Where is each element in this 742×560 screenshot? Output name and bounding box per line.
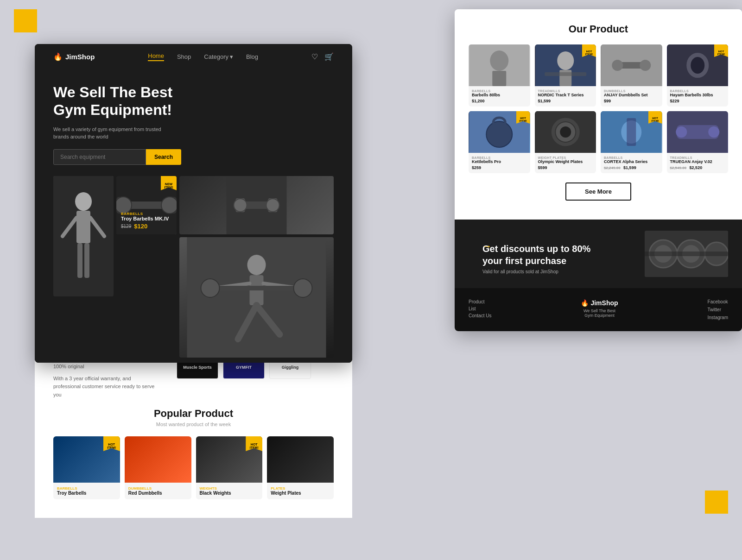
popular-name-2: Red Dumbbells xyxy=(128,491,188,496)
hero-img-main xyxy=(179,237,334,358)
product-card-2[interactable]: HOT ITEM! TREADMILLS NORDIC Track T Seri… xyxy=(535,44,596,107)
footer-link-list[interactable]: List xyxy=(469,306,491,311)
popular-card-info-3: WEIGHTS Black Weights xyxy=(196,483,263,499)
navbar: 🔥 JimShop Home Shop Category ▾ Blog ♡ 🛒 xyxy=(35,44,352,69)
product-price-2: $1,599 xyxy=(538,99,593,103)
cart-icon[interactable]: 🛒 xyxy=(324,52,334,61)
svg-rect-2 xyxy=(76,211,90,243)
footer-social: Facebook Twitter Instagram xyxy=(708,299,728,320)
product-img-8 xyxy=(667,111,729,153)
popular-cat-2: DUMBBELLS xyxy=(128,486,188,491)
logo[interactable]: 🔥 JimShop xyxy=(53,52,95,61)
price-old-8: $2,549.00 xyxy=(670,166,687,170)
footer-link-product[interactable]: Product xyxy=(469,299,491,304)
dumbbell-svg xyxy=(179,176,334,234)
muscle-logo-text: Muscle Sports xyxy=(183,365,212,370)
product-card-6[interactable]: WEIGHT PLATES Olympic Weight Plates $599 xyxy=(535,111,596,173)
popular-product-grid: HOT ITEM! BARBELLS Troy Barbells DUMBBEL… xyxy=(53,436,334,499)
product-img-6 xyxy=(535,111,596,153)
nav-blog[interactable]: Blog xyxy=(246,53,258,60)
popular-subtitle: Most wanted product of the week xyxy=(53,422,334,427)
nav-home[interactable]: Home xyxy=(148,52,164,61)
product-card-1[interactable]: BARBELLS Barbells 80lbs $1,200 xyxy=(469,44,530,107)
products-grid-row2: HOT ITEM! BARBELLS Kettlebells Pro $259 xyxy=(469,111,728,173)
discount-banner: → Get discounts up to 80% your first pur… xyxy=(455,220,742,288)
product-card-8[interactable]: TREADMILLS TRUEGAN Anjay V.02 $2,549.00 … xyxy=(667,111,729,173)
svg-point-26 xyxy=(201,279,220,297)
discount-text: Get discounts up to 80% your first purch… xyxy=(469,233,645,274)
hero-title-line1: We Sell The Best xyxy=(53,84,172,101)
popular-card-1[interactable]: HOT ITEM! BARBELLS Troy Barbells xyxy=(53,436,120,499)
svg-point-50 xyxy=(560,126,571,138)
see-more-button[interactable]: See More xyxy=(565,182,631,201)
product-info-7: BARBELLS CORTEX Alpha Series $2,249.00 $… xyxy=(601,153,662,173)
svg-point-39 xyxy=(612,60,623,71)
nav-actions: ♡ 🛒 xyxy=(311,52,334,61)
product-cat-2: TREADMILLS xyxy=(538,89,593,93)
secondary-browser-window: Our Product BARBELLS Barbells 80lbs $1,2… xyxy=(455,9,742,331)
nav-shop[interactable]: Shop xyxy=(177,53,191,60)
product-card-4[interactable]: HOT ITEM! BARBELLS Hayam Barbells 30lbs … xyxy=(667,44,729,107)
popular-cat-3: WEIGHTS xyxy=(200,486,259,491)
popular-name-1: Troy Barbells xyxy=(57,491,116,496)
product-card-5[interactable]: HOT ITEM! BARBELLS Kettlebells Pro $259 xyxy=(469,111,530,173)
footer-facebook[interactable]: Facebook xyxy=(708,299,728,304)
product-price-8: $2,549.00 $2,520 xyxy=(670,165,725,170)
price-new-7: $1,599 xyxy=(623,165,636,170)
footer-logo-name: 🔥 JimShop xyxy=(581,299,618,307)
product-cat-5: BARBELLS xyxy=(472,156,527,159)
gymfit-logo-text: GYMFIT xyxy=(236,365,252,370)
search-button[interactable]: Search xyxy=(146,149,181,165)
discount-subtitle: your first purchase xyxy=(482,255,645,267)
svg-point-40 xyxy=(640,60,651,71)
svg-point-1 xyxy=(75,192,92,211)
discount-image xyxy=(645,231,728,277)
product-card-7[interactable]: HOT ITEM! BARBELLS CORTEX Alpha Series $… xyxy=(601,111,662,173)
product-cat-6: WEIGHT PLATES xyxy=(538,156,593,159)
our-product-title: Our Product xyxy=(469,23,728,35)
wishlist-icon[interactable]: ♡ xyxy=(311,52,318,61)
product-img-3 xyxy=(601,44,662,86)
popular-card-4[interactable]: PLATES Weight Plates xyxy=(267,436,334,499)
price-old: $129 xyxy=(121,224,131,229)
product-svg-3 xyxy=(601,44,662,86)
svg-rect-36 xyxy=(545,72,586,76)
deco-square-bottomright xyxy=(705,491,728,514)
search-input[interactable] xyxy=(53,149,146,165)
product-cat-7: BARBELLS xyxy=(604,156,659,159)
footer-link-contact[interactable]: Contact Us xyxy=(469,313,491,318)
popular-img-4 xyxy=(267,436,334,483)
product-info-4: BARBELLS Hayam Barbells 30lbs $229 xyxy=(667,86,729,107)
footer-tagline: We Sell The Best Gym Equipment xyxy=(583,308,615,318)
svg-point-11 xyxy=(116,197,132,214)
popular-title: Popular Product xyxy=(53,408,334,420)
product-svg-8 xyxy=(667,111,729,153)
hero-img-gym-girl xyxy=(53,176,114,296)
nav-category-label: Category xyxy=(204,53,228,60)
popular-card-2[interactable]: DUMBBELLS Red Dumbbells xyxy=(125,436,191,499)
price-new: $120 xyxy=(134,223,147,230)
hero-product-category: BARBELLS xyxy=(121,212,169,216)
giggling-logo-text: Giggling xyxy=(282,365,299,370)
svg-rect-5 xyxy=(77,243,82,278)
product-info-8: TREADMILLS TRUEGAN Anjay V.02 $2,549.00 … xyxy=(667,153,729,173)
svg-point-45 xyxy=(486,121,512,147)
product-info-3: DUMBBELLS ANJAY Dumbbells Set $99 xyxy=(601,86,662,107)
product-price-1: $1,200 xyxy=(472,99,527,103)
hero-img-dumbbell xyxy=(179,176,334,234)
nav-category[interactable]: Category ▾ xyxy=(204,53,233,60)
product-name-6: Olympic Weight Plates xyxy=(538,159,593,164)
svg-point-57 xyxy=(708,126,719,138)
popular-img-1: HOT ITEM! xyxy=(53,436,120,483)
footer-nav: Product List Contact Us xyxy=(469,299,491,318)
gym-girl-svg xyxy=(53,176,114,296)
product-card-3[interactable]: DUMBBELLS ANJAY Dumbbells Set $99 xyxy=(601,44,662,107)
products-grid-row1: BARBELLS Barbells 80lbs $1,200 HOT ITEM! xyxy=(469,44,728,107)
popular-card-3[interactable]: HOT ITEM! WEIGHTS Black Weights xyxy=(196,436,263,499)
footer-twitter[interactable]: Twitter xyxy=(708,307,728,312)
footer-logo-text: JimShop xyxy=(590,299,618,307)
hero-product-info: BARBELLS Troy Barbells MK.IV $129 $120 xyxy=(121,212,169,230)
product-info-5: BARBELLS Kettlebells Pro $259 xyxy=(469,153,530,173)
footer-instagram[interactable]: Instagram xyxy=(708,315,728,320)
popular-hot-badge-3: HOT ITEM! xyxy=(246,436,262,451)
